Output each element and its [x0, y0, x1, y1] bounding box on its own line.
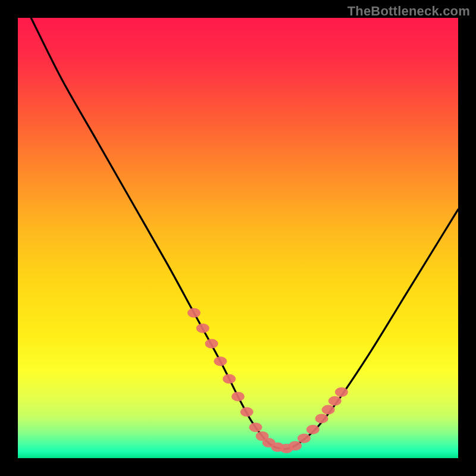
watermark: TheBottleneck.com [347, 4, 470, 19]
marker-dot [231, 392, 245, 401]
marker-dot [306, 425, 320, 434]
curve-layer [18, 18, 458, 458]
marker-dot [223, 374, 236, 384]
marker-dot [315, 414, 328, 423]
marker-dot [196, 324, 209, 333]
marker-dot [322, 405, 335, 415]
marker-dot [187, 308, 201, 318]
marker-dot [214, 356, 227, 366]
highlighted-points [187, 308, 348, 453]
marker-dot [298, 434, 311, 443]
chart-frame: TheBottleneck.com [0, 0, 476, 476]
marker-dot [205, 339, 218, 349]
marker-dot [240, 407, 253, 416]
bottleneck-curve [31, 18, 458, 449]
marker-dot [249, 422, 262, 432]
marker-dot [328, 396, 342, 406]
marker-dot [289, 441, 302, 450]
plot-area [18, 18, 458, 458]
marker-dot [335, 387, 348, 397]
